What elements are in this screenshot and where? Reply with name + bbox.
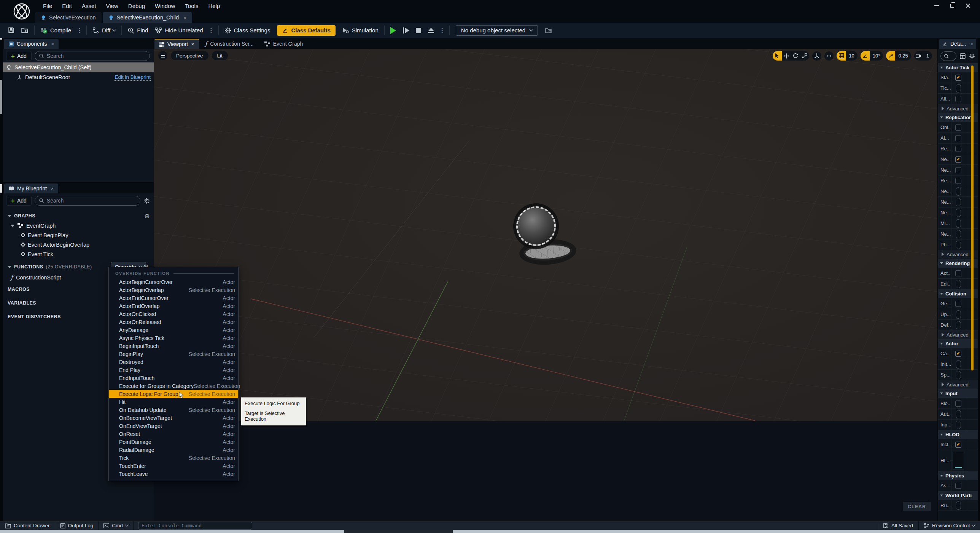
play-button[interactable] (387, 23, 399, 38)
tab-construction-script[interactable]: ƒ Construction Scr... (200, 39, 258, 49)
checkbox[interactable] (955, 124, 961, 131)
tab-selectiveexecution-child[interactable]: SelectiveExecution_Child × (103, 12, 192, 23)
override-menu-item[interactable]: TouchLeave Actor (109, 470, 238, 478)
rotate-tool-button[interactable] (791, 51, 800, 61)
eject-button[interactable] (425, 23, 438, 38)
my-blueprint-search-input[interactable] (47, 198, 136, 204)
override-menu-item[interactable]: Execute for Groups in Category Selective… (109, 382, 238, 390)
add-blueprint-item-button[interactable]: + Add (6, 196, 32, 206)
tab-viewport[interactable]: Viewport × (154, 39, 199, 49)
display-options-icon[interactable] (960, 53, 966, 59)
grid-snap-toggle[interactable] (837, 51, 846, 61)
diff-button[interactable]: Diff (89, 23, 119, 38)
override-menu-item[interactable]: Tick Selective Execution (109, 454, 238, 462)
lit-mode-button[interactable]: Lit (212, 51, 228, 60)
move-tool-button[interactable] (782, 51, 791, 61)
menu-item[interactable]: Help (203, 0, 225, 11)
component-child-row[interactable]: DefaultSceneRoot Edit in Blueprint (3, 72, 154, 82)
stop-button[interactable] (412, 23, 425, 38)
output-log-button[interactable]: Output Log (55, 521, 99, 530)
rotation-snap-value[interactable]: 10° (870, 51, 883, 61)
override-menu-item[interactable]: RadialDamage Actor (109, 446, 238, 454)
select-tool-button[interactable] (773, 51, 782, 61)
checkbox[interactable] (955, 156, 961, 163)
menu-item[interactable]: Tools (180, 0, 203, 11)
override-menu-item[interactable]: ActorOnReleased Actor (109, 318, 238, 326)
checkbox[interactable] (955, 167, 961, 173)
my-blueprint-search[interactable] (35, 196, 140, 206)
component-root-row[interactable]: SelectiveExecution_Child (Self) (3, 62, 154, 72)
content-drawer-button[interactable]: Content Drawer (0, 521, 55, 530)
override-menu-item[interactable]: OnEndViewTarget Actor (109, 422, 238, 430)
advanced-toggle[interactable]: Advanced (938, 380, 978, 389)
override-menu-item[interactable]: OnReset Actor (109, 430, 238, 438)
override-menu-item[interactable]: Hit Actor (109, 398, 238, 406)
graphs-section-header[interactable]: GRAPHS ⊕ (8, 211, 150, 221)
menu-item[interactable]: View (101, 0, 123, 11)
value-field[interactable] (956, 421, 961, 429)
event-graph-row[interactable]: EventGraph (8, 221, 150, 230)
value-field[interactable] (956, 280, 961, 288)
add-graph-icon[interactable]: ⊕ (144, 212, 150, 220)
rotation-snap-toggle[interactable] (861, 51, 870, 61)
compile-button[interactable]: Compile (37, 23, 75, 38)
event-node-row[interactable]: Event BeginPlay (8, 230, 150, 240)
override-menu-item[interactable]: Execute Logic For Group Selective Execut… (109, 390, 238, 398)
value-field[interactable] (956, 501, 961, 510)
category-header[interactable]: Physics (938, 471, 978, 480)
camera-speed-button[interactable] (914, 51, 923, 61)
close-tab-icon[interactable]: × (191, 41, 194, 47)
checkbox[interactable] (955, 483, 961, 489)
browse-debug-object-button[interactable] (542, 23, 555, 38)
browse-asset-button[interactable] (18, 23, 32, 38)
compile-options-kebab-icon[interactable]: ⋮ (75, 27, 84, 33)
scale-snap-toggle[interactable] (886, 51, 895, 61)
viewport-3d-view[interactable]: Perspective Lit 10 10° (154, 49, 937, 421)
tab-selectiveexecution[interactable]: SelectiveExecution (35, 12, 102, 23)
details-tab[interactable]: Deta... × (939, 39, 976, 49)
override-menu-item[interactable]: ActorEndOverlap Actor (109, 302, 238, 310)
override-menu-item[interactable]: End Play Actor (109, 366, 238, 374)
value-field[interactable] (956, 310, 961, 319)
frame-skip-button[interactable] (399, 23, 412, 38)
override-menu-item[interactable]: PointDamage Actor (109, 438, 238, 446)
details-scrollbar[interactable] (971, 65, 974, 370)
override-menu-item[interactable]: ActorBeginCursorOver Actor (109, 278, 238, 286)
value-field[interactable] (956, 209, 961, 217)
clear-button[interactable]: CLEAR (903, 502, 931, 511)
override-menu-item[interactable]: Destroyed Actor (109, 358, 238, 366)
override-menu-item[interactable]: ActorOnClicked Actor (109, 310, 238, 318)
asset-thumbnail[interactable] (953, 452, 964, 469)
close-panel-icon[interactable]: × (51, 186, 54, 191)
checkbox[interactable] (955, 135, 961, 141)
save-button[interactable] (5, 23, 18, 38)
edit-in-blueprint-link[interactable]: Edit in Blueprint (115, 74, 151, 81)
event-node-row[interactable]: Event Tick (8, 249, 150, 259)
class-defaults-button[interactable]: Class Defaults (277, 25, 335, 36)
checkbox[interactable] (955, 75, 961, 81)
value-field[interactable] (956, 410, 961, 418)
all-saved-button[interactable]: All Saved (878, 521, 918, 530)
play-options-kebab-icon[interactable]: ⋮ (438, 27, 447, 33)
console-command-input[interactable] (142, 523, 249, 528)
components-search[interactable] (35, 51, 150, 61)
menu-item[interactable]: Edit (57, 0, 77, 11)
menu-item[interactable]: Window (150, 0, 180, 11)
value-field[interactable] (956, 219, 961, 228)
override-menu-item[interactable]: BeginInputTouch Actor (109, 342, 238, 350)
checkbox[interactable] (955, 178, 961, 184)
checkbox[interactable] (955, 96, 961, 102)
close-panel-icon[interactable]: × (970, 41, 973, 47)
minimize-icon[interactable] (934, 5, 939, 6)
value-field[interactable] (956, 187, 961, 196)
checkbox[interactable] (955, 401, 961, 407)
grid-snap-value[interactable]: 10 (846, 51, 857, 61)
close-panel-icon[interactable]: × (51, 41, 54, 47)
checkbox[interactable] (955, 270, 961, 276)
override-menu-item[interactable]: ActorBeginOverlap Selective Execution (109, 286, 238, 294)
hide-unrelated-options-kebab-icon[interactable]: ⋮ (207, 27, 216, 33)
debug-object-dropdown[interactable]: No debug object selected (456, 25, 538, 36)
category-header[interactable]: HLOD (938, 430, 978, 439)
coordinate-system-button[interactable] (812, 51, 821, 61)
selected-sphere-actor[interactable] (516, 206, 556, 246)
